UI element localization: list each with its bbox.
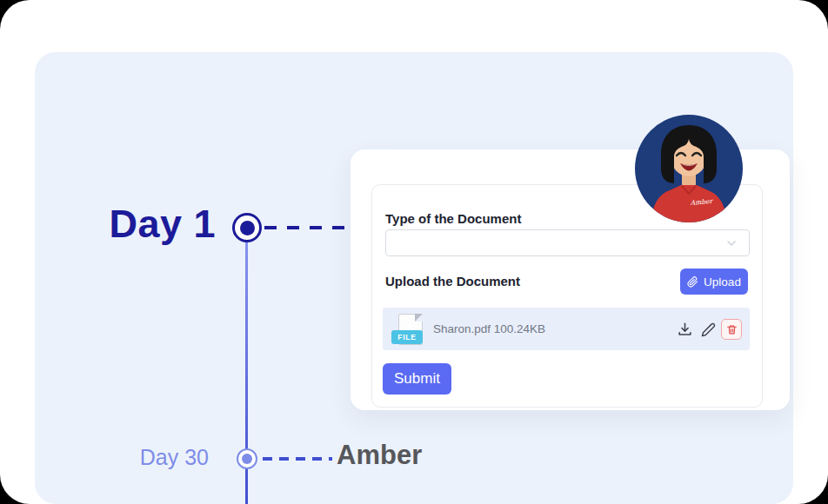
screenshot-root: { "timeline": { "entries": [ {"day": "Da…: [0, 0, 828, 504]
upload-document-label: Upload the Document: [385, 274, 520, 288]
timeline-note-ld: L&D: [337, 501, 392, 504]
submit-button[interactable]: Submit: [383, 363, 451, 395]
file-icon: FILE: [391, 312, 430, 348]
page-background: Day 1 Day 30 Amber Day 35 L&D Type of th…: [0, 0, 828, 504]
timeline-dot-day-30: [237, 448, 257, 469]
timeline-note-amber: Amber: [337, 440, 422, 471]
download-icon[interactable]: [675, 320, 694, 339]
edit-icon[interactable]: [698, 320, 718, 339]
onboarding-panel: Day 1 Day 30 Amber Day 35 L&D Type of th…: [35, 52, 793, 504]
timeline-connector-day-30: [263, 457, 332, 461]
upload-button[interactable]: Upload: [680, 269, 748, 295]
timeline-label-day-30: Day 30: [103, 445, 209, 470]
paperclip-icon: [687, 276, 698, 288]
timeline-label-day-1: Day 1: [78, 202, 216, 247]
document-type-select[interactable]: [385, 229, 750, 256]
timeline-dot-core: [240, 221, 255, 235]
timeline-dot-day-1: [232, 213, 262, 242]
file-name-and-size: Sharon.pdf 100.24KB: [433, 308, 545, 350]
chevron-down-icon: [724, 236, 738, 250]
type-of-document-label: Type of the Document: [385, 211, 521, 226]
delete-icon[interactable]: [721, 319, 742, 340]
upload-button-label: Upload: [704, 275, 741, 288]
timeline-connector-day-1: [264, 226, 346, 229]
file-type-badge: FILE: [391, 330, 423, 344]
avatar: Amber: [635, 115, 743, 222]
timeline-dot-core: [242, 454, 252, 464]
submit-button-label: Submit: [394, 370, 440, 388]
folded-corner: [415, 314, 423, 322]
